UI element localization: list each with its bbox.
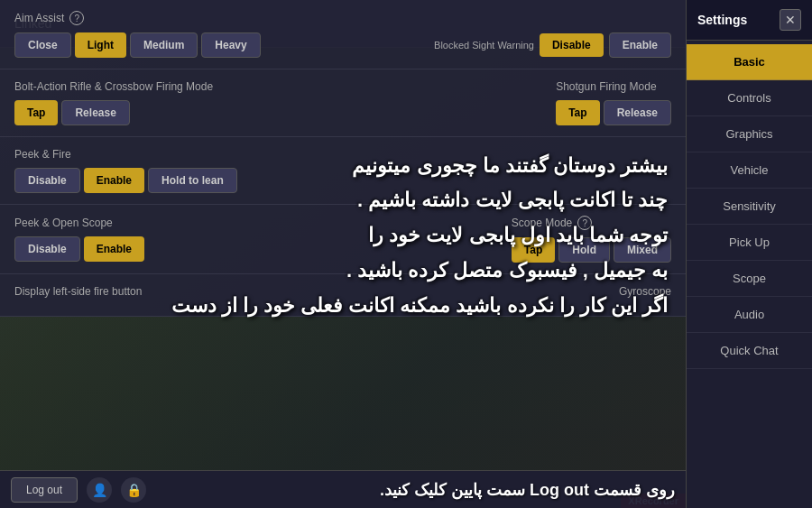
scope-mixed-button[interactable]: Mixed (614, 237, 671, 263)
bolt-action-label: Bolt-Action Rifle & Crossbow Firing Mode (14, 80, 213, 93)
settings-content: Aim Assist ? Close Light Medium Heavy Bl… (0, 0, 686, 508)
peek-fire-enable-button[interactable]: Enable (84, 168, 144, 193)
aim-assist-buttons: Close Light Medium Heavy (14, 32, 261, 58)
settings-panel: Settings ✕ Basic Controls Graphics Vehic… (686, 0, 812, 508)
customer-service-icon[interactable]: 👤 (87, 477, 112, 503)
aim-assist-row: Close Light Medium Heavy Blocked Sight W… (14, 32, 671, 58)
privacy-icon[interactable]: 🔒 (121, 477, 146, 503)
aim-light-button[interactable]: Light (75, 32, 126, 58)
scope-help-icon[interactable]: ? (577, 216, 592, 230)
peek-fire-section: Peek & Fire Disable Enable Hold to lean (0, 137, 686, 205)
settings-title: Settings (697, 13, 747, 27)
peek-scope-section: Peek & Open Scope Disable Enable Scope M… (0, 205, 686, 274)
scope-tap-button[interactable]: Tap (512, 237, 555, 263)
bolt-release-button[interactable]: Release (61, 100, 129, 125)
aim-heavy-button[interactable]: Heavy (201, 32, 260, 58)
logout-button[interactable]: Log out (11, 477, 78, 503)
peek-fire-hold-button[interactable]: Hold to lean (148, 168, 237, 193)
bolt-tap-button[interactable]: Tap (14, 100, 58, 125)
peek-scope-enable-button[interactable]: Enable (84, 236, 144, 262)
display-fire-label: Display left-side fire button (14, 285, 142, 298)
settings-header: Settings ✕ (687, 0, 812, 41)
peek-fire-buttons: Disable Enable Hold to lean (14, 168, 671, 193)
peek-scope-row: Peek & Open Scope Disable Enable Scope M… (14, 216, 671, 263)
peek-scope-left: Peek & Open Scope Disable Enable (14, 217, 144, 262)
nav-item-vehicle[interactable]: Vehicle (687, 152, 812, 189)
nav-item-controls[interactable]: Controls (687, 80, 812, 116)
settings-nav: Basic Controls Graphics Vehicle Sensitiv… (687, 41, 812, 373)
peek-scope-buttons: Disable Enable (14, 236, 144, 262)
bolt-action-row: Bolt-Action Rifle & Crossbow Firing Mode… (14, 80, 671, 125)
aim-medium-button[interactable]: Medium (130, 32, 198, 58)
shotgun-buttons: Tap Release (556, 100, 671, 125)
gyroscope-label: Gyroscope (619, 285, 671, 298)
shotgun-release-button[interactable]: Release (604, 100, 671, 125)
display-gyro-row: Display left-side fire button Gyroscope (14, 285, 671, 305)
close-button[interactable]: ✕ (780, 9, 801, 31)
aim-assist-label: Aim Assist ? (14, 11, 671, 25)
shotgun-right: Shotgun Firing Mode Tap Release (556, 80, 671, 125)
bolt-action-section: Bolt-Action Rifle & Crossbow Firing Mode… (0, 69, 686, 137)
blocked-sight-label: Blocked Sight Warning (434, 40, 534, 51)
scope-mode-right: Scope Mode ? Tap Hold Mixed (512, 216, 671, 263)
bolt-action-buttons: Tap Release (14, 100, 213, 125)
display-gyro-section: Display left-side fire button Gyroscope (0, 274, 686, 317)
scope-mode-label: Scope Mode ? (512, 216, 671, 230)
blocked-sight-enable-button[interactable]: Enable (609, 32, 671, 58)
nav-item-quickchat[interactable]: Quick Chat (687, 333, 812, 369)
shotgun-label: Shotgun Firing Mode (556, 80, 671, 93)
scope-hold-button[interactable]: Hold (558, 237, 610, 263)
aim-assist-section: Aim Assist ? Close Light Medium Heavy Bl… (0, 0, 686, 69)
shotgun-tap-button[interactable]: Tap (556, 100, 599, 125)
aim-close-button[interactable]: Close (14, 32, 71, 58)
nav-item-basic[interactable]: Basic (687, 44, 812, 80)
blocked-sight-disable-button[interactable]: Disable (540, 33, 604, 57)
bottom-bar: Log out 👤 🔒 روی قسمت Log out سمت پایین ک… (0, 470, 686, 508)
bolt-action-left: Bolt-Action Rifle & Crossbow Firing Mode… (14, 80, 213, 125)
blocked-sight-group: Blocked Sight Warning Disable Enable (434, 32, 671, 58)
peek-scope-label: Peek & Open Scope (14, 217, 144, 229)
scope-mode-buttons: Tap Hold Mixed (512, 237, 671, 263)
nav-item-sensitivity[interactable]: Sensitivity (687, 189, 812, 225)
nav-item-graphics[interactable]: Graphics (687, 116, 812, 152)
nav-item-scope[interactable]: Scope (687, 261, 812, 297)
peek-fire-disable-button[interactable]: Disable (14, 168, 80, 193)
peek-fire-label: Peek & Fire (14, 148, 671, 161)
nav-item-pickup[interactable]: Pick Up (687, 225, 812, 261)
peek-scope-disable-button[interactable]: Disable (14, 236, 80, 262)
nav-item-audio[interactable]: Audio (687, 297, 812, 333)
aim-assist-help-icon[interactable]: ? (69, 11, 84, 25)
bottom-instruction-text: روی قسمت Log out سمت پایین کلیک کنید. (155, 480, 675, 500)
